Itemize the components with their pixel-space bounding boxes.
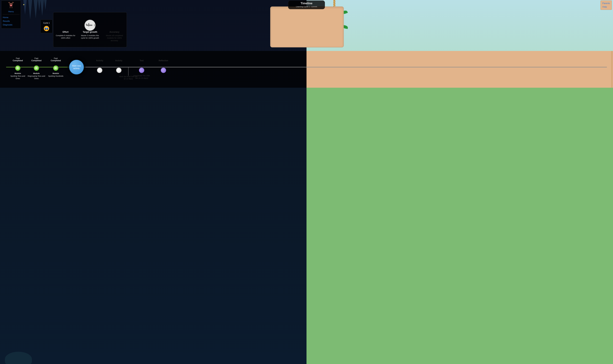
node-title: Spotting Tens and Ones [9,75,27,80]
timeline-node-module-1[interactable]: FastCompleted ModuleSpotting Tens and On… [9,57,27,80]
start-label: Start new activity [69,65,84,70]
node-status-bold: Completed [9,60,27,62]
stalactite [34,0,38,18]
car-icon [45,28,48,29]
svg-rect-1 [10,5,12,6]
goal-growth-title: Target growth [80,31,100,33]
stalactite [44,0,47,10]
node-status-bold: Completed [27,60,46,62]
goal-effort-desc: Complete 6 modules for 100% effort [55,34,76,39]
book-icon [53,65,58,71]
node-title: Regrouping Tens and Ones [27,75,46,80]
scroll-card [270,3,344,47]
rope [333,0,335,7]
node-label: Activity [91,60,109,62]
target-icon [84,20,95,31]
node-type: Module [9,72,27,74]
timeline-node-module-3[interactable]: FastCompleted ModuleSpotting Hundreds [47,57,65,77]
goals-card: Effort Complete 6 modules for 100% effor… [53,12,127,47]
timeline-node-reflection[interactable]: Reflection [154,60,173,73]
start-new-activity-button[interactable]: Start new activity [69,60,84,75]
cycle-label: Cycle 1 [41,22,52,24]
timeline-node-test[interactable]: Test Scheduled Thu 25th Jan (in 13 days) [132,60,151,79]
goal-effort-title: Effort [55,31,76,33]
cycle-chip[interactable]: Cycle 1 [41,20,53,33]
timeline-subtitle: Learning Cycle 1 - current [289,5,324,8]
moose-icon [7,2,15,9]
plane-icon [86,24,94,27]
nav-diagnostic[interactable]: Diagnostic [2,23,19,27]
activity-dot [116,68,122,73]
rock [5,352,32,364]
timeline-node-activity-2[interactable]: Activity [109,60,128,73]
sparkle [23,4,24,5]
stalactite [41,0,44,16]
nav-results[interactable]: Results [2,19,19,23]
goal-accuracy: Accuracy Master all completed modules fo… [102,31,127,42]
user-name[interactable]: Henry [2,10,19,14]
svg-rect-4 [10,6,10,8]
goal-accuracy-desc: Master all completed modules for 100% ac… [104,34,125,42]
node-status-bold: Completed [47,60,65,62]
node-type: Module [27,72,46,74]
divider [2,14,19,14]
timeline-header: Timeline Learning Cycle 1 - current [288,0,325,9]
timeline-band: FastCompleted ModuleSpotting Tens and On… [0,51,613,88]
bottom-scenery [0,88,613,364]
node-type: Module [47,72,65,74]
due-marker [128,67,128,76]
book-icon [34,65,39,71]
goal-growth: Target growth Master 3 modules this cycl… [78,31,102,42]
stalactite [38,0,41,11]
link-parents[interactable]: Parents [602,1,610,5]
scrollbar[interactable] [611,51,613,88]
stalactite [28,0,32,20]
timeline-title: Timeline [289,1,324,5]
node-title: Spotting Hundreds [47,75,65,77]
book-icon [15,65,20,71]
node-label: Activity [109,60,128,62]
timeline-node-activity-1[interactable]: Activity [91,60,109,73]
node-status: Fast [27,57,46,60]
goal-growth-desc: Master 3 modules this cycle for 100% gro… [80,34,100,39]
nav-home[interactable]: Home [2,16,19,19]
svg-point-3 [11,5,12,6]
link-help[interactable]: Help [602,5,610,9]
cycle-coin [44,26,49,31]
node-label: Test [132,60,151,62]
svg-point-2 [10,5,11,6]
goal-effort: Effort Complete 6 modules for 100% effor… [53,31,78,42]
stalactite [23,0,27,15]
test-dot [139,68,144,73]
reflection-dot [161,68,166,73]
node-status: Fast [9,57,27,60]
node-label: Reflection [154,60,173,62]
goal-accuracy-title: Accuracy [104,31,125,33]
top-links: Parents Help [600,0,612,10]
svg-rect-5 [12,6,12,8]
avatar [2,2,19,10]
activity-dot [97,68,102,73]
node-status: Fast [47,57,65,60]
timeline-node-module-2[interactable]: FastCompleted ModuleRegrouping Tens and … [27,57,46,80]
node-schedule: Scheduled Thu 25th Jan (in 13 days) [132,75,151,79]
sidebar: Henry Home Results Diagnostic [1,0,21,28]
